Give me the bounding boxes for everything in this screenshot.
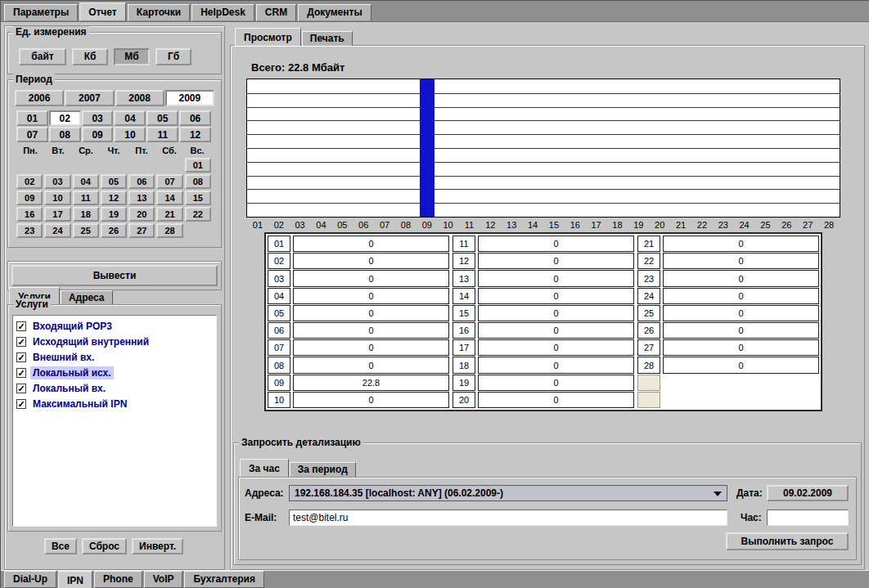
bottom-tab[interactable]: Бухгалтерия xyxy=(184,571,264,588)
month-button[interactable]: 05 xyxy=(146,110,178,126)
hour-cell: 16 xyxy=(453,322,475,339)
filter-tab[interactable]: Адреса xyxy=(61,290,113,305)
day-button[interactable]: 12 xyxy=(101,191,127,205)
top-tab[interactable]: CRM xyxy=(256,4,296,21)
day-button[interactable]: 24 xyxy=(44,223,70,238)
day-button[interactable]: 15 xyxy=(185,191,211,205)
weekday-label: Пн. xyxy=(16,146,44,155)
bottom-tab[interactable]: Dial-Up xyxy=(4,571,56,588)
bottom-tab[interactable]: VoIP xyxy=(144,571,183,588)
day-button[interactable]: 07 xyxy=(156,174,182,189)
show-button[interactable]: Вывести xyxy=(11,265,218,286)
detail-tab[interactable]: За период xyxy=(290,462,356,477)
service-item[interactable]: ✓Исходящий внутренний xyxy=(15,334,214,349)
value-cell: 0 xyxy=(663,339,819,356)
hour-cell: 23 xyxy=(637,270,660,286)
service-item[interactable]: ✓Входящий POP3 xyxy=(15,318,214,334)
day-button[interactable]: 28 xyxy=(156,223,182,238)
day-button[interactable]: 10 xyxy=(44,191,70,205)
day-button[interactable]: 03 xyxy=(44,174,70,189)
day-button[interactable]: 01 xyxy=(185,158,211,173)
year-button[interactable]: 2008 xyxy=(115,90,164,106)
checkbox-icon[interactable]: ✓ xyxy=(16,399,26,409)
month-button[interactable]: 02 xyxy=(49,110,81,126)
bottom-tab[interactable]: IPN xyxy=(58,571,92,588)
checkbox-icon[interactable]: ✓ xyxy=(16,384,26,393)
unit-button[interactable]: Гб xyxy=(155,48,191,65)
table-group: 110120130140150160170180190200 xyxy=(453,236,634,408)
x-axis-label: 05 xyxy=(331,220,353,230)
day-button[interactable]: 02 xyxy=(16,174,43,189)
month-button[interactable]: 08 xyxy=(49,127,81,142)
bottom-tab[interactable]: Phone xyxy=(94,571,142,588)
month-button[interactable]: 07 xyxy=(16,127,48,142)
date-field[interactable]: 09.02.2009 xyxy=(767,485,849,501)
service-item[interactable]: ✓Внешний вх. xyxy=(15,349,214,365)
table-row: 270 xyxy=(637,339,819,356)
month-button[interactable]: 11 xyxy=(146,127,178,142)
action-button[interactable]: Инверт. xyxy=(132,538,183,554)
execute-request-button[interactable]: Выполнить запрос xyxy=(726,532,849,550)
year-button[interactable]: 2007 xyxy=(65,90,114,106)
top-tab[interactable]: Отчет xyxy=(79,2,126,21)
weekday-label: Пт. xyxy=(128,146,155,155)
day-button[interactable]: 18 xyxy=(73,207,99,222)
value-cell: 0 xyxy=(478,375,634,391)
day-button[interactable]: 20 xyxy=(128,207,155,222)
month-button[interactable]: 12 xyxy=(179,127,211,142)
report-tab[interactable]: Печать xyxy=(302,31,353,46)
day-button[interactable]: 08 xyxy=(185,174,211,189)
month-button[interactable]: 06 xyxy=(179,110,211,126)
day-button[interactable]: 06 xyxy=(128,174,155,189)
hour-field[interactable] xyxy=(767,509,849,526)
top-tab[interactable]: HelpDesk xyxy=(191,4,254,21)
unit-button[interactable]: Мб xyxy=(114,48,150,65)
service-item[interactable]: ✓Локальный вх. xyxy=(15,380,214,396)
action-button[interactable]: Все xyxy=(44,538,77,554)
service-item[interactable]: ✓Локальный исх. xyxy=(15,365,214,380)
month-button[interactable]: 03 xyxy=(82,110,114,126)
x-axis-label: 25 xyxy=(755,220,777,230)
day-button[interactable]: 19 xyxy=(101,207,127,222)
top-tab[interactable]: Карточки xyxy=(128,4,190,21)
address-combobox[interactable]: 192.168.184.35 [localhost: ANY] (06.02.2… xyxy=(289,485,727,501)
month-button[interactable]: 01 xyxy=(16,110,48,126)
year-button[interactable]: 2009 xyxy=(165,90,214,106)
day-button[interactable]: 23 xyxy=(16,223,43,238)
day-button[interactable]: 11 xyxy=(73,191,99,205)
checkbox-icon[interactable]: ✓ xyxy=(16,352,26,362)
checkbox-icon[interactable]: ✓ xyxy=(16,321,26,331)
checkbox-icon[interactable]: ✓ xyxy=(16,337,26,347)
top-tab[interactable]: Параметры xyxy=(4,4,78,21)
month-button[interactable]: 10 xyxy=(114,127,146,142)
day-button[interactable]: 25 xyxy=(73,223,99,238)
day-button[interactable]: 22 xyxy=(185,207,211,222)
value-cell: 0 xyxy=(663,322,819,339)
table-row: 280 xyxy=(637,357,819,373)
month-button[interactable]: 09 xyxy=(82,127,114,142)
table-row: 060 xyxy=(268,322,449,339)
table-row: 100 xyxy=(268,392,449,408)
unit-button[interactable]: Кб xyxy=(72,48,108,65)
detail-tab[interactable]: За час xyxy=(240,459,289,477)
day-button[interactable]: 27 xyxy=(128,223,155,238)
action-button[interactable]: Сброс xyxy=(82,538,127,554)
day-button[interactable]: 17 xyxy=(44,207,70,222)
day-button[interactable]: 21 xyxy=(156,207,182,222)
day-button[interactable]: 04 xyxy=(73,174,99,189)
hour-cell: 21 xyxy=(637,236,660,252)
day-button[interactable]: 09 xyxy=(16,191,43,205)
year-button[interactable]: 2006 xyxy=(15,90,64,106)
service-item[interactable]: ✓Максимальный IPN xyxy=(15,396,214,411)
top-tab[interactable]: Документы xyxy=(298,4,371,21)
month-button[interactable]: 04 xyxy=(114,110,146,126)
day-button[interactable]: 14 xyxy=(156,191,182,205)
day-button[interactable]: 05 xyxy=(101,174,127,189)
day-button[interactable]: 26 xyxy=(101,223,127,238)
report-tab[interactable]: Просмотр xyxy=(235,28,301,46)
email-field[interactable] xyxy=(289,509,727,526)
day-button[interactable]: 16 xyxy=(16,207,43,222)
day-button[interactable]: 13 xyxy=(128,191,155,205)
checkbox-icon[interactable]: ✓ xyxy=(16,368,26,378)
unit-button[interactable]: байт xyxy=(19,48,66,65)
